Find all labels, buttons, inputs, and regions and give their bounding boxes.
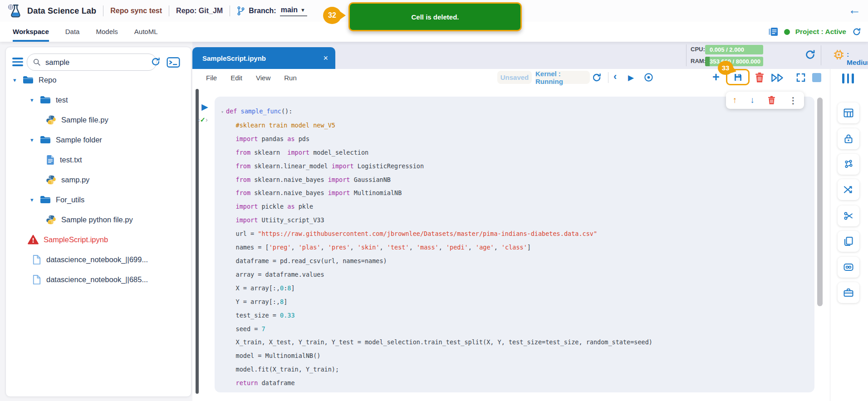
tree-item-label: Sample python file.py [61, 215, 133, 224]
tree-item-datascience-notebook-699[interactable]: datascience_notebook_||699... [6, 249, 191, 269]
code-line[interactable]: test_size = 0.33 [221, 309, 814, 323]
run-settings-icon[interactable] [643, 72, 654, 83]
vertical-scrollbar[interactable] [196, 89, 199, 394]
copy-document-icon[interactable] [838, 231, 859, 252]
tree-item-label: Sample file.py [61, 116, 108, 124]
infinity-badge-icon[interactable] [838, 257, 859, 278]
ml-network-icon[interactable] [838, 154, 859, 175]
code-line[interactable]: ▾def sample_func(): [221, 105, 814, 119]
chevron-down-icon[interactable]: ▾ [30, 137, 36, 143]
menu-file[interactable]: File [206, 74, 217, 82]
code-line[interactable]: X = array[:,0:8] [221, 282, 814, 295]
code-line[interactable]: model.fit(X_train, Y_train); [221, 363, 814, 377]
cpu-chip-icon [833, 49, 844, 60]
code-line[interactable]: #sklearn train model new_V5 [221, 119, 814, 132]
refresh-icon[interactable] [852, 27, 862, 37]
code-cell[interactable]: ▾def sample_func(): #sklearn train model… [215, 97, 814, 392]
briefcase-icon[interactable] [838, 282, 859, 303]
tree-item-samp-py[interactable]: samp.py [6, 170, 191, 190]
editor-scrollbar-thumb[interactable] [817, 98, 823, 306]
delete-cell-trash-icon[interactable] [768, 96, 775, 105]
chevron-down-icon[interactable]: ▾ [13, 77, 19, 83]
back-arrow-icon[interactable]: ← [848, 4, 861, 16]
menu-view[interactable]: View [256, 74, 270, 82]
tree-item-sample-file-py[interactable]: Sample file.py [6, 110, 191, 130]
chevron-down-icon[interactable]: ▾ [30, 97, 36, 103]
branch-selector[interactable]: Branch: main ▼ [237, 6, 307, 16]
add-tab-icon[interactable]: + [327, 48, 334, 63]
project-status-dot [784, 29, 790, 35]
project-status-label: Project : Active [795, 28, 846, 36]
code-line[interactable]: import pandas as pds [221, 132, 814, 146]
tree-item-label: test.txt [60, 156, 82, 164]
tree-item-for-utils[interactable]: ▾For_utils [6, 190, 191, 210]
run-all-icon[interactable] [770, 73, 785, 83]
tree-item-datascience-notebook-685[interactable]: datascience_notebook_||685... [6, 269, 191, 289]
code-line[interactable]: seed = 7 [221, 323, 814, 336]
notebook-editor: ▶ ‹✓› ▾def sample_func(): #sklearn train… [192, 86, 830, 401]
code-line[interactable]: from sklearn.naive_bayes import Gaussian… [221, 173, 814, 187]
more-options-kebab-icon[interactable]: ⋮ [789, 95, 797, 106]
move-cell-up-icon[interactable]: ↑ [733, 95, 737, 105]
shuffle-icon[interactable] [838, 179, 859, 200]
divider [103, 5, 103, 16]
code-line[interactable]: url = "https://raw.githubusercontent.com… [221, 227, 814, 241]
chevron-left-icon[interactable]: ‹ [613, 72, 617, 82]
code-line[interactable]: model = MultinomialNB() [221, 349, 814, 363]
code-line[interactable]: from sklearn.naive_bayes import Multinom… [221, 186, 814, 200]
add-cell-icon[interactable]: + [712, 71, 720, 83]
file-explorer-sidebar: ▾Repo▾testSample file.py▾Sample folderte… [5, 47, 191, 397]
code-line[interactable]: names = ['preg', 'plas', 'pres', 'skin',… [221, 241, 814, 254]
fold-caret-icon[interactable]: ▾ [221, 109, 224, 114]
chevron-down-icon[interactable]: ▾ [30, 196, 36, 203]
data-table-icon[interactable] [838, 103, 859, 123]
tree-item-samplescript-ipynb[interactable]: SampleScript.ipynb [6, 230, 191, 249]
refresh-tree-icon[interactable] [150, 56, 161, 67]
instance-size-label[interactable]: : Medium [847, 50, 868, 67]
code-line[interactable]: from sklearn import model_selection [221, 146, 814, 160]
delete-cell-icon[interactable] [755, 72, 764, 83]
scissors-icon[interactable] [838, 205, 859, 226]
code-line[interactable]: import Utiity_script_V33 [221, 214, 814, 227]
annotation-badge-33: 33 [718, 61, 733, 75]
notebook-icon [32, 254, 41, 265]
tab-data[interactable]: Data [65, 22, 80, 42]
right-tool-rail [830, 69, 868, 401]
code-line[interactable]: dataframe = pd.read_csv(url, names=names… [221, 254, 814, 268]
code-line[interactable]: Y = array[:,8] [221, 295, 814, 309]
code-line[interactable]: return dataframe [221, 377, 814, 390]
app-title: Data Science Lab [27, 6, 96, 16]
tree-item-repo[interactable]: ▾Repo [6, 70, 191, 90]
code-line[interactable]: X_train, X_test, Y_train, Y_test = model… [221, 336, 814, 349]
report-icon[interactable] [768, 27, 779, 37]
tab-workspace[interactable]: Workspace [13, 22, 49, 42]
tree-item-sample-python-file-py[interactable]: Sample python file.py [6, 210, 191, 230]
code-line[interactable]: from sklearn.linear_model import Logisti… [221, 160, 814, 173]
notebook-tab[interactable]: SampleScript.ipynb × [192, 47, 335, 69]
toast-cell-deleted: Cell is deleted. [348, 2, 522, 31]
run-this-cell-icon[interactable]: ▶ [201, 103, 208, 111]
code-line[interactable]: import pickle as pkle [221, 200, 814, 214]
hamburger-menu-icon[interactable] [12, 58, 23, 68]
code-line[interactable]: array = dataframe.values [221, 268, 814, 282]
menu-run[interactable]: Run [284, 74, 297, 82]
tree-item-label: SampleScript.ipynb [44, 235, 108, 244]
tab-models[interactable]: Models [96, 22, 118, 42]
divider [608, 72, 608, 83]
search-input[interactable] [44, 58, 132, 67]
restart-kernel-icon[interactable] [591, 72, 602, 83]
run-cell-icon[interactable]: ▶ [628, 73, 634, 83]
move-cell-down-icon[interactable]: ↓ [750, 95, 755, 105]
tree-item-test-txt[interactable]: test.txt [6, 150, 191, 170]
refresh-stats-icon[interactable] [804, 49, 816, 61]
menu-edit[interactable]: Edit [230, 74, 242, 82]
tab-automl[interactable]: AutoML [134, 22, 158, 42]
tree-item-test[interactable]: ▾test [6, 90, 191, 110]
lock-icon[interactable] [838, 128, 859, 149]
tree-item-sample-folder[interactable]: ▾Sample folder [6, 130, 191, 150]
terminal-icon[interactable] [167, 57, 180, 68]
fullscreen-icon[interactable] [796, 73, 806, 83]
kernel-status-badge: Kernel : Running [535, 71, 590, 84]
stop-kernel-icon[interactable] [812, 73, 821, 82]
layout-columns-icon[interactable] [842, 73, 854, 83]
